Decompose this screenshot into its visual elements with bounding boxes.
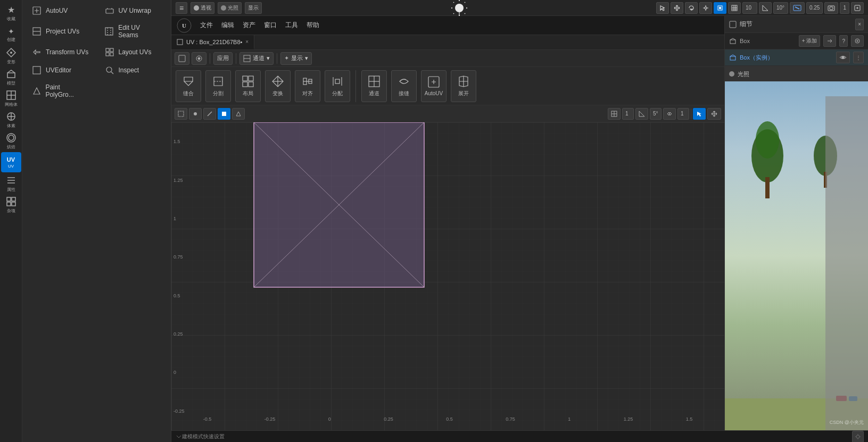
- tool-align-btn[interactable]: 对齐: [295, 70, 320, 102]
- view-toggle-btn[interactable]: [175, 52, 189, 65]
- tool-channel-btn[interactable]: 通道: [361, 70, 387, 102]
- camera-speed-btn[interactable]: 1: [840, 2, 849, 14]
- select-mode-btn[interactable]: [656, 2, 669, 14]
- svg-rect-24: [33, 66, 40, 74]
- sidebar-item-model[interactable]: 模型: [1, 67, 21, 87]
- sidebar-item-favorites[interactable]: ★ 收藏: [1, 3, 21, 23]
- preview-viewport[interactable]: 光照: [725, 66, 868, 430]
- move-btn[interactable]: [671, 2, 683, 14]
- menu-assets[interactable]: 资产: [241, 20, 258, 31]
- add-component-btn[interactable]: + 添加: [799, 35, 821, 47]
- grid-btn[interactable]: [728, 2, 741, 14]
- tool-uveditor[interactable]: UVEditor: [27, 62, 94, 78]
- sidebar-item-transform[interactable]: 变形: [1, 46, 21, 66]
- scale-snap-btn[interactable]: [790, 2, 805, 14]
- scale-btn[interactable]: [699, 2, 712, 14]
- menu-help[interactable]: 帮助: [304, 20, 321, 31]
- paint-polygro-icon: [32, 86, 41, 96]
- scale-snap-value-btn[interactable]: 0.25: [806, 2, 823, 14]
- uv-canvas[interactable]: -0.5 -0.25 0 0.25 0.5 0.75 1 1.25 1.5 1.…: [171, 122, 724, 430]
- grid-overlay-btn[interactable]: [608, 108, 621, 120]
- tool-paint-polygro[interactable]: Paint PolyGro...: [27, 80, 94, 102]
- rotate-btn[interactable]: [685, 2, 698, 14]
- tool-layout-btn[interactable]: 布局: [235, 70, 261, 102]
- menu-edit[interactable]: 编辑: [219, 20, 236, 31]
- sidebar-item-create[interactable]: ✦ 创建: [1, 24, 21, 45]
- svg-line-26: [111, 72, 113, 74]
- svg-rect-48: [830, 7, 833, 10]
- options-btn[interactable]: [851, 35, 864, 47]
- svg-rect-21: [110, 48, 113, 52]
- uv-scale-link[interactable]: [663, 108, 676, 120]
- transform-uvs-icon: [32, 47, 42, 57]
- uv-cursor-btn[interactable]: [693, 108, 706, 120]
- camera-icon-btn[interactable]: [824, 2, 838, 14]
- vertex-mode-btn[interactable]: [189, 108, 202, 120]
- tool-split-btn[interactable]: 分割: [205, 70, 231, 102]
- tool-distribute-btn[interactable]: 分配: [325, 70, 350, 102]
- maximize-btn[interactable]: [851, 2, 864, 14]
- uv-island-btn[interactable]: [232, 108, 245, 120]
- tool-project-uvs[interactable]: Project UVs: [27, 21, 94, 42]
- tool-inspect[interactable]: Inspect: [100, 62, 167, 78]
- sidebar-item-uv[interactable]: UV UV: [1, 152, 21, 172]
- angle-snap-value: 10°: [776, 5, 784, 11]
- close-details-btn[interactable]: ×: [855, 19, 864, 30]
- tool-autouv-btn[interactable]: AutoUV: [421, 70, 447, 102]
- lighting-btn[interactable]: 光照: [218, 2, 242, 14]
- grid-size-value: 10: [746, 5, 751, 11]
- sidebar-item-bake[interactable]: 烘焙: [1, 131, 21, 151]
- uv-angle-snap[interactable]: [635, 108, 648, 120]
- more-options-btn[interactable]: ⋮: [853, 52, 864, 63]
- box-instance-label: Box（实例）: [740, 54, 833, 62]
- angle-snap-value-btn[interactable]: 10°: [773, 2, 788, 14]
- tool-auto-uv[interactable]: AutoUV: [27, 3, 94, 19]
- help-btn[interactable]: ?: [839, 35, 848, 47]
- sidebar-item-mesh[interactable]: 网格体: [1, 88, 21, 109]
- tool-layout-uvs[interactable]: Layout UVs: [100, 44, 167, 60]
- menu-tools[interactable]: 工具: [283, 20, 300, 31]
- tool-transform-btn[interactable]: 变换: [265, 70, 291, 102]
- uv-scale-count[interactable]: 1: [677, 108, 689, 120]
- angle-snap-btn[interactable]: [759, 2, 772, 14]
- tool-transform-uvs[interactable]: Transform UVs: [27, 44, 94, 60]
- uv-grid-count[interactable]: 1: [622, 108, 634, 120]
- sidebar-item-props[interactable]: 属性: [1, 173, 21, 194]
- menu-file[interactable]: 文件: [198, 20, 215, 31]
- display-btn[interactable]: ✦ 显示 ▾: [280, 52, 312, 65]
- perspective-btn[interactable]: 透视: [191, 2, 214, 14]
- apply-btn[interactable]: 应用: [213, 52, 233, 65]
- svg-rect-20: [106, 48, 109, 52]
- menu-window[interactable]: 窗口: [262, 20, 279, 31]
- tab-close-btn[interactable]: ×: [245, 39, 249, 45]
- grid-size-btn[interactable]: 10: [742, 2, 757, 14]
- face-mode-btn[interactable]: [218, 108, 230, 120]
- project-uvs-icon: [32, 27, 42, 36]
- tool-connect-btn[interactable]: 接缝: [391, 70, 417, 102]
- uv-unwrap-icon: [105, 6, 114, 15]
- details-header: 细节 ×: [725, 16, 868, 33]
- select-all-btn[interactable]: [175, 108, 187, 120]
- uv-editor-tab[interactable]: UV : Box_221D67B8• ×: [171, 35, 254, 49]
- tool-unfold-btn[interactable]: 展开: [451, 70, 476, 102]
- universal-transform-btn[interactable]: [714, 2, 726, 14]
- sidebar-item-misc[interactable]: 杂项: [1, 195, 21, 215]
- eye-toggle-btn[interactable]: [836, 52, 850, 63]
- channel-btn[interactable]: 通道 ▾: [239, 52, 274, 65]
- svg-rect-40: [732, 5, 737, 11]
- edge-mode-btn[interactable]: [203, 108, 216, 120]
- uv-pan-btn[interactable]: [707, 108, 721, 120]
- tool-edit-uv-seams[interactable]: Edit UV Seams: [100, 21, 167, 42]
- edit-uv-seams-icon: [105, 27, 114, 36]
- tool-sew-btn[interactable]: 缝合: [176, 70, 201, 102]
- uv-angle-val[interactable]: 5°: [650, 108, 662, 120]
- inspect-icon: [105, 65, 114, 75]
- transfer-btn[interactable]: [823, 35, 836, 47]
- bottom-settings-btn[interactable]: [852, 431, 864, 443]
- sidebar-item-body[interactable]: 体素: [1, 110, 21, 130]
- tool-uv-unwrap[interactable]: UV Unwrap: [100, 3, 167, 19]
- snap-btn[interactable]: [192, 52, 206, 65]
- preview-header: 光照: [725, 66, 868, 81]
- show-btn[interactable]: 显示: [245, 2, 262, 14]
- menu-toggle-btn[interactable]: ≡: [176, 2, 187, 14]
